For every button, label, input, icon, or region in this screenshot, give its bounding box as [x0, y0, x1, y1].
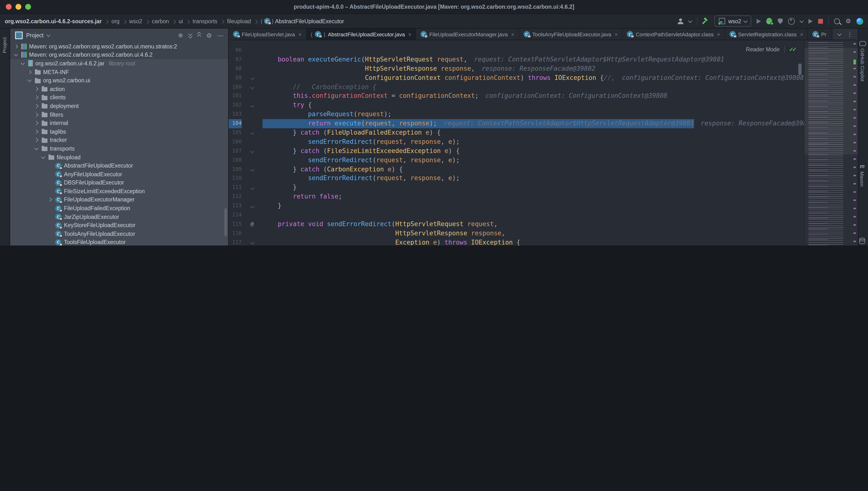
code-line[interactable]: 113 }: [229, 201, 804, 211]
tree-chevron[interactable]: [40, 156, 46, 158]
tree-chevron[interactable]: [27, 70, 32, 74]
tree-chevron[interactable]: [20, 62, 26, 64]
tree-chevron[interactable]: [33, 96, 39, 99]
line-number[interactable]: 116: [229, 229, 242, 238]
tree-item[interactable]: filters: [10, 110, 228, 119]
fold-gutter-icon[interactable]: [242, 132, 263, 134]
annotation-gutter-icon[interactable]: @: [242, 220, 263, 229]
breadcrumb-item[interactable]: org: [111, 18, 119, 24]
fold-gutter-icon[interactable]: [242, 205, 263, 207]
code-line[interactable]: 98 HttpServletResponse response,response…: [229, 64, 804, 74]
code-line[interactable]: 107 } catch (FileSizeLimitExceededExcept…: [229, 147, 804, 156]
close-tab-icon[interactable]: ×: [408, 31, 411, 37]
tree-item[interactable]: clients: [10, 93, 228, 102]
tree-chevron[interactable]: [13, 45, 19, 48]
code-line[interactable]: 108 sendErrorRedirect(request, response,…: [229, 156, 804, 165]
line-number[interactable]: 107: [229, 147, 242, 156]
run-disabled-icon[interactable]: [809, 19, 813, 24]
debug-button-icon[interactable]: [766, 18, 772, 24]
tree-item[interactable]: CFileUploadExecutorManager: [10, 195, 228, 204]
line-number[interactable]: 101: [229, 92, 242, 101]
editor-tab[interactable]: CFileUploadExecutorManager.java×: [416, 29, 519, 40]
run-button-icon[interactable]: [757, 19, 761, 24]
expand-all-icon[interactable]: [189, 33, 192, 37]
line-number[interactable]: 112: [229, 193, 242, 202]
tree-item[interactable]: CKeyStoreFileUploadExecutor: [10, 221, 228, 230]
tree-item[interactable]: internal: [10, 119, 228, 127]
editor-tab[interactable]: CPr: [808, 29, 831, 40]
tree-item[interactable]: CAnyFileUploadExecutor: [10, 170, 228, 178]
code-line[interactable]: 106 sendErrorRedirect(request, response,…: [229, 138, 804, 147]
minimap-viewport[interactable]: [805, 48, 858, 154]
tree-item[interactable]: CDBSFileUploadExecutor: [10, 178, 228, 187]
tool-window-button-project[interactable]: Project: [1, 37, 7, 53]
tree-item[interactable]: action: [10, 85, 228, 93]
tree-chevron[interactable]: [33, 113, 39, 116]
breadcrumb-item[interactable]: wso2: [129, 18, 142, 24]
tree-item[interactable]: deployment: [10, 102, 228, 110]
code-line[interactable]: 97 boolean executeGeneric(HttpServletReq…: [229, 55, 804, 64]
tree-chevron[interactable]: [47, 198, 53, 201]
line-number[interactable]: 105: [229, 128, 242, 138]
line-number[interactable]: 115: [229, 220, 242, 229]
fold-gutter-icon[interactable]: [242, 104, 263, 107]
code-line[interactable]: 100 // CarbonException {: [229, 83, 804, 92]
line-number[interactable]: 114: [229, 211, 242, 220]
code-line[interactable]: 111 }: [229, 183, 804, 193]
code-editor[interactable]: 9697 boolean executeGeneric(HttpServletR…: [229, 40, 804, 246]
code-line[interactable]: 104 return execute(request, response);re…: [229, 119, 804, 128]
build-hammer-icon[interactable]: [703, 18, 710, 24]
close-tab-icon[interactable]: ×: [298, 31, 301, 37]
tree-item[interactable]: CToolsAnyFileUploadExecutor: [10, 230, 228, 238]
chevron-down-icon[interactable]: [46, 33, 50, 37]
tree-item[interactable]: CJarZipUploadExecutor: [10, 212, 228, 221]
code-minimap[interactable]: [804, 40, 858, 246]
ide-avatar-icon[interactable]: [857, 18, 863, 25]
tree-chevron[interactable]: [33, 130, 39, 133]
reader-mode-widget[interactable]: Reader Mode ✓✓: [744, 45, 797, 54]
gear-icon[interactable]: ⚙: [206, 32, 212, 38]
user-icon[interactable]: [678, 19, 684, 24]
line-number[interactable]: 113: [229, 201, 242, 211]
code-line[interactable]: 103 parseRequest(request);: [229, 110, 804, 119]
editor-tab[interactable]: CFileUploadServlet.java×: [229, 29, 307, 40]
profiler-icon[interactable]: [788, 18, 795, 25]
editor-tab[interactable]: CContextPathServletAdaptor.class×: [623, 29, 725, 40]
code-line[interactable]: 110 sendErrorRedirect(request, response,…: [229, 174, 804, 183]
minimize-window-icon[interactable]: [16, 4, 21, 10]
line-number[interactable]: 97: [229, 55, 242, 64]
code-line[interactable]: 114: [229, 211, 804, 220]
editor-vscrollbar[interactable]: [798, 63, 802, 75]
tree-chevron[interactable]: [27, 79, 32, 81]
fold-gutter-icon[interactable]: [242, 86, 263, 89]
breadcrumb-leaf-wrap[interactable]: (C)AbstractFileUploadExecutor: [261, 18, 344, 24]
editor-tab[interactable]: CServletRegistration.class×: [725, 29, 808, 40]
tool-window-button-copilot[interactable]: GitHub Copilot: [859, 41, 866, 82]
tree-item[interactable]: taglibs: [10, 127, 228, 136]
window-controls[interactable]: [6, 4, 31, 10]
tree-chevron[interactable]: [33, 139, 39, 142]
breadcrumb-item[interactable]: ui: [178, 18, 183, 24]
line-number[interactable]: 96: [229, 46, 242, 55]
tab-options-kebab-icon[interactable]: ⋮: [847, 31, 853, 37]
settings-gear-icon[interactable]: ⚙: [845, 18, 851, 24]
close-window-icon[interactable]: [6, 4, 11, 10]
line-number[interactable]: 100: [229, 83, 242, 92]
close-tab-icon[interactable]: ×: [511, 31, 514, 37]
tree-item[interactable]: CFileUploadFailedException: [10, 204, 228, 212]
line-number[interactable]: 109: [229, 165, 242, 174]
editor-tab[interactable]: CToolsAnyFileUploadExecutor.java×: [519, 29, 623, 40]
collapse-all-icon[interactable]: [198, 33, 201, 37]
tree-item[interactable]: org.wso2.carbon.ui-4.6.2.jarlibrary root: [10, 59, 228, 67]
line-number[interactable]: 110: [229, 174, 242, 183]
code-line[interactable]: 105 } catch (FileUploadFailedException e…: [229, 128, 804, 138]
code-line[interactable]: 96: [229, 46, 804, 55]
line-number[interactable]: 111: [229, 183, 242, 193]
breadcrumb-item[interactable]: transports: [193, 18, 217, 24]
tree-item[interactable]: CAbstractFileUploadExecutor: [10, 162, 228, 170]
locate-file-icon[interactable]: ⊕: [178, 32, 183, 38]
code-line[interactable]: 115@ private void sendErrorRedirect(Http…: [229, 220, 804, 229]
fold-gutter-icon[interactable]: [242, 150, 263, 152]
tree-item[interactable]: CFileSizeLimitExceededException: [10, 187, 228, 195]
tree-item[interactable]: fileupload: [10, 153, 228, 161]
